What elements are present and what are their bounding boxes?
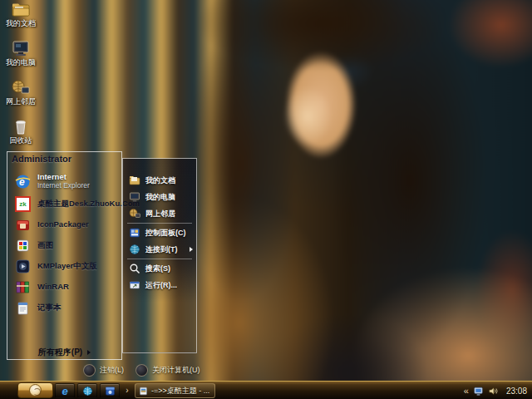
start-menu-item-zhuoku[interactable]: zk 桌酷主题Desk.ZhuoKu.Com: [7, 194, 121, 214]
run-icon: [129, 279, 140, 291]
start-menu-item-label: WinRAR: [37, 283, 69, 292]
start-orb-icon: [29, 384, 42, 397]
start-menu-item-control-panel[interactable]: 控制面板(C): [123, 224, 196, 241]
desktop-icon-label: 回收站: [2, 135, 40, 146]
menu-separator: [127, 259, 192, 259]
start-button[interactable]: [17, 382, 53, 398]
start-menu-item-label: 记事本: [37, 303, 62, 313]
network-places-icon: [11, 80, 31, 96]
globe-browser-icon: [82, 386, 93, 397]
desktop-icon-label: 我的电脑: [2, 57, 40, 68]
start-menu-item-iconpackager[interactable]: IconPackager: [7, 214, 121, 235]
all-programs-button[interactable]: 所有程序(P): [7, 345, 121, 359]
app-window-icon: [105, 386, 116, 397]
start-menu-item-label: IconPackager: [37, 220, 89, 229]
start-menu-item-label: Internet: [37, 172, 66, 181]
start-menu-item-label: 运行(R)...: [145, 280, 177, 291]
winrar-icon: [15, 279, 31, 295]
search-icon: [129, 263, 140, 274]
start-menu-item-label: KMPlayer中文版: [37, 262, 97, 271]
quick-launch-app[interactable]: [100, 383, 120, 398]
iconpackager-icon: [15, 217, 31, 233]
task-button-zhuoku[interactable]: -=>>桌酷主题 - ...: [135, 383, 215, 398]
start-menu-item-label: 我的电脑: [145, 192, 175, 203]
log-off-button[interactable]: 注销(L): [83, 364, 124, 377]
start-menu-item-label: 连接到(T): [145, 244, 178, 255]
start-menu-username: Administrator: [12, 154, 71, 164]
display-tray-icon[interactable]: [473, 386, 484, 397]
taskbar: e › -=>>桌酷主题 - ... «: [0, 381, 532, 399]
desktop-icon-my-computer[interactable]: 我的电脑: [2, 41, 40, 78]
recycle-bin-icon: [11, 119, 31, 135]
submenu-arrow-icon: [190, 247, 193, 252]
start-menu-item-run[interactable]: 运行(R)...: [123, 277, 196, 293]
my-computer-icon: [11, 41, 31, 57]
log-off-icon: [83, 364, 96, 377]
quick-launch-internet-explorer[interactable]: e: [55, 383, 75, 398]
start-menu-item-kmplayer[interactable]: KMPlayer中文版: [7, 256, 121, 277]
start-menu-left-panel: Administrator e Internet Internet Explor…: [7, 151, 122, 360]
start-menu-right-panel: 我的文档 我的电脑 网上邻居: [122, 158, 197, 353]
start-menu-item-connect-to[interactable]: 连接到(T): [123, 241, 196, 258]
connect-to-icon: [129, 244, 140, 255]
start-menu-footer: 注销(L) 关闭计算机(U): [83, 363, 200, 377]
paint-icon: [15, 238, 31, 254]
my-documents-icon: [129, 175, 140, 186]
desktop-icon-network-places[interactable]: 网上邻居: [2, 80, 40, 117]
start-menu-item-label: 控制面板(C): [145, 228, 186, 239]
start-menu-item-label: 我的文档: [145, 175, 175, 186]
taskbar-clock[interactable]: 23:08: [503, 387, 530, 396]
start-menu-item-label: 画图: [37, 241, 53, 250]
kmplayer-icon: [15, 259, 31, 274]
menu-separator: [127, 223, 192, 224]
my-documents-icon: [11, 2, 31, 17]
network-places-icon: [129, 208, 140, 219]
control-panel-icon: [129, 227, 140, 239]
submenu-arrow-icon: [87, 350, 91, 355]
quick-launch-expand-chevron[interactable]: ›: [123, 383, 131, 398]
start-menu-item-my-computer[interactable]: 我的电脑: [123, 189, 196, 205]
volume-tray-icon[interactable]: [488, 386, 499, 397]
my-computer-icon: [129, 191, 140, 203]
start-menu-item-sublabel: Internet Explorer: [37, 182, 90, 190]
shut-down-button[interactable]: 关闭计算机(U): [135, 364, 200, 377]
start-menu-item-winrar[interactable]: WinRAR: [7, 277, 121, 298]
start-menu-item-internet[interactable]: e Internet Internet Explorer: [7, 169, 121, 194]
start-menu-item-notepad[interactable]: 记事本: [7, 298, 121, 318]
desktop-icon-label: 我的文档: [2, 18, 40, 29]
start-menu-item-network-places[interactable]: 网上邻居: [123, 205, 196, 222]
theme-document-icon: [139, 387, 148, 396]
start-menu-item-label: 搜索(S): [145, 264, 170, 274]
start-menu-item-paint[interactable]: 画图: [7, 235, 121, 256]
zhuoku-icon: zk: [15, 196, 31, 212]
quick-launch-browser[interactable]: [77, 383, 97, 398]
start-menu-item-label: 网上邻居: [145, 209, 175, 219]
tray-collapse-chevron[interactable]: «: [464, 387, 469, 396]
system-tray: « 23:08: [464, 382, 530, 399]
desktop-icon-label: 网上邻居: [2, 96, 40, 107]
start-menu-item-my-documents[interactable]: 我的文档: [123, 172, 196, 189]
shut-down-icon: [135, 364, 148, 377]
start-menu-item-search[interactable]: 搜索(S): [123, 260, 196, 277]
internet-explorer-icon: e: [62, 386, 67, 397]
internet-explorer-icon: e: [15, 174, 31, 190]
desktop-icon-my-documents[interactable]: 我的文档: [2, 2, 40, 39]
notepad-icon: [15, 300, 31, 316]
